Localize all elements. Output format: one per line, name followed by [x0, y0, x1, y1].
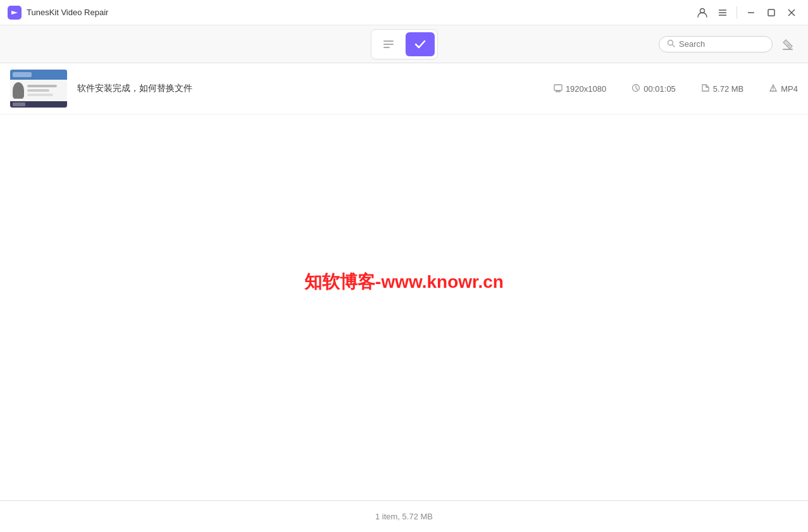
- meta-resolution: 1920x1080: [554, 84, 606, 94]
- minimize-button[interactable]: [742, 4, 760, 22]
- tab-list[interactable]: [374, 32, 403, 56]
- video-item-row[interactable]: 软件安装完成，如何替换文件 1920x1080: [0, 63, 808, 114]
- clear-button[interactable]: [778, 34, 798, 54]
- svg-rect-9: [383, 40, 394, 42]
- content-area: 软件安装完成，如何替换文件 1920x1080: [0, 63, 808, 500]
- resolution-value: 1920x1080: [566, 84, 606, 94]
- duration-value: 00:01:05: [643, 84, 676, 94]
- video-title: 软件安装完成，如何替换文件: [77, 83, 544, 94]
- title-bar: TunesKit Video Repair: [0, 0, 808, 25]
- footer-text: 1 item, 5.72 MB: [375, 512, 433, 521]
- toolbar-right: [659, 34, 798, 54]
- app-title: TunesKit Video Repair: [27, 8, 108, 17]
- search-box[interactable]: [659, 36, 773, 53]
- filesize-value: 5.72 MB: [713, 84, 743, 94]
- account-button[interactable]: [693, 4, 711, 22]
- resolution-icon: [554, 84, 562, 94]
- menu-button[interactable]: [714, 4, 731, 22]
- svg-point-23: [773, 89, 774, 90]
- toolbar: [0, 25, 808, 63]
- window-controls: [693, 4, 800, 22]
- meta-duration: 00:01:05: [631, 84, 676, 94]
- svg-rect-11: [383, 47, 390, 48]
- title-separator: [737, 6, 737, 19]
- format-value: MP4: [781, 84, 798, 94]
- video-thumbnail: [10, 70, 67, 108]
- tab-group: [371, 29, 438, 59]
- svg-line-13: [673, 44, 675, 47]
- app-logo-icon: [8, 6, 22, 20]
- meta-filesize: 5.72 MB: [701, 84, 743, 94]
- meta-format: MP4: [769, 84, 798, 94]
- search-icon: [667, 39, 675, 49]
- app-logo-group: TunesKit Video Repair: [8, 6, 693, 20]
- footer: 1 item, 5.72 MB: [0, 500, 808, 532]
- search-input[interactable]: [679, 39, 764, 49]
- close-button[interactable]: [783, 4, 800, 22]
- svg-rect-15: [783, 49, 793, 50]
- svg-rect-6: [768, 9, 774, 16]
- svg-rect-16: [554, 85, 562, 90]
- tab-check[interactable]: [406, 32, 435, 56]
- maximize-button[interactable]: [762, 4, 780, 22]
- format-icon: [769, 84, 778, 94]
- svg-rect-10: [383, 44, 394, 45]
- video-meta: 1920x1080 00:01:05 5.72: [554, 84, 798, 94]
- duration-icon: [631, 84, 640, 94]
- filesize-icon: [701, 84, 710, 94]
- watermark: 知软博客-www.knowr.cn: [304, 270, 504, 294]
